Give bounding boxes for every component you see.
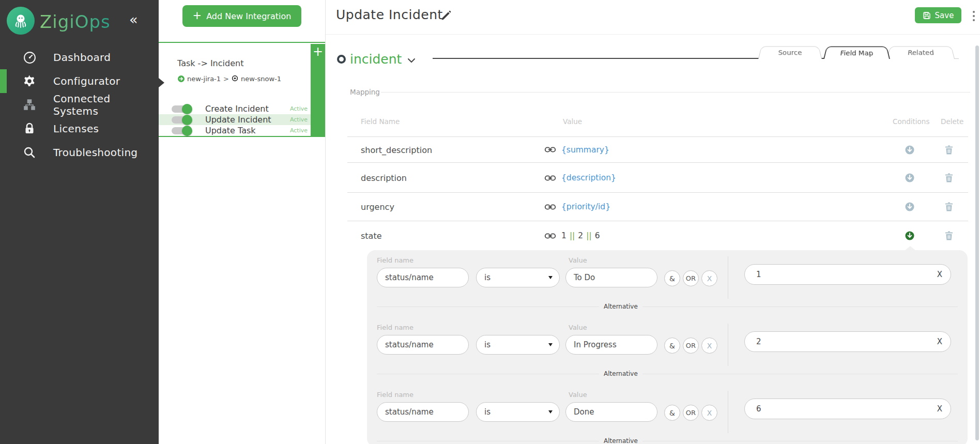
condition-field-input[interactable]: status/name	[377, 402, 469, 422]
search-icon	[22, 145, 37, 160]
clear-value-icon[interactable]: X	[937, 404, 942, 414]
or-button[interactable]: OR	[683, 338, 699, 354]
field-value[interactable]: 1||2||6	[561, 231, 600, 240]
integration-route: new-jira-1 > new-snow-1	[178, 74, 281, 83]
save-button[interactable]: Save	[915, 7, 961, 23]
conditions-toggle-icon[interactable]	[905, 145, 914, 155]
result-value-input[interactable]: 2 X	[744, 331, 951, 352]
mapping-section-divider	[381, 92, 970, 93]
delete-row-trash-icon[interactable]	[945, 231, 953, 240]
operation-toggle[interactable]	[172, 105, 191, 113]
field-name: description	[361, 173, 407, 183]
condition-operator-select[interactable]: is	[476, 268, 560, 287]
or-button[interactable]: OR	[683, 270, 699, 286]
sidebar-item-dashboard[interactable]: Dashboard	[0, 45, 159, 69]
operation-toggle[interactable]	[172, 127, 191, 134]
condition-operator-select[interactable]: is	[476, 402, 560, 422]
field-name-label: Field name	[377, 391, 414, 399]
zigiops-logo-icon	[7, 7, 35, 35]
caret-down-icon	[548, 276, 553, 279]
delete-row-trash-icon[interactable]	[945, 145, 953, 155]
target-system-icon	[232, 74, 238, 83]
integrations-panel: + Add New Integration + Task -> Incident…	[159, 0, 326, 444]
field-name-label: Field name	[377, 256, 414, 264]
caret-down-icon	[548, 410, 553, 414]
condition-block: Field name Value status/name is In Progr…	[367, 317, 968, 385]
entity-selector[interactable]: incident	[337, 52, 416, 67]
entity-name: incident	[350, 52, 402, 67]
condition-operator-select[interactable]: is	[476, 335, 560, 355]
sidebar-item-label: Licenses	[53, 123, 99, 135]
operation-row-update-incident[interactable]: Update Incident Active	[159, 114, 311, 125]
operation-label: Update Task	[205, 126, 256, 135]
active-integration-pointer-icon	[159, 78, 164, 87]
delete-row-trash-icon[interactable]	[945, 202, 953, 211]
network-icon	[22, 98, 37, 112]
conditions-toggle-icon[interactable]	[905, 202, 914, 211]
integration-card[interactable]: + Task -> Incident new-jira-1 > new-snow…	[159, 44, 325, 137]
operation-row-update-task[interactable]: Update Task Active	[159, 125, 311, 136]
and-button[interactable]: &	[664, 405, 680, 421]
operation-toggle[interactable]	[172, 116, 191, 124]
main-header: Update Incident Save	[326, 0, 980, 35]
chain-link-icon	[544, 175, 556, 181]
sidebar-item-connected-systems[interactable]: Connected Systems	[0, 93, 159, 117]
remove-condition-button[interactable]: X	[701, 405, 717, 421]
add-new-integration-button[interactable]: + Add New Integration	[182, 5, 301, 27]
condition-divider	[728, 324, 728, 366]
sidebar-item-troubleshooting[interactable]: Troubleshooting	[0, 141, 159, 164]
integration-title: Task -> Incident	[177, 58, 243, 68]
condition-value-input[interactable]: Done	[565, 402, 657, 422]
sidebar-item-label: Dashboard	[53, 51, 111, 64]
tab-field-map[interactable]: Field Map	[823, 47, 890, 59]
plus-icon: +	[311, 44, 325, 59]
link-ring-icon	[337, 55, 346, 64]
operation-row-create-incident[interactable]: Create Incident Active	[159, 103, 311, 114]
or-button[interactable]: OR	[683, 405, 699, 421]
table-row: description {description}	[347, 163, 968, 193]
integrations-topbar: + Add New Integration	[159, 0, 325, 43]
clear-value-icon[interactable]: X	[937, 270, 942, 279]
field-value[interactable]: {description}	[561, 173, 616, 182]
sidebar-collapse-icon[interactable]: «	[129, 11, 138, 27]
and-button[interactable]: &	[664, 270, 680, 286]
condition-value-input[interactable]: To Do	[565, 268, 657, 287]
page-title: Update Incident	[336, 7, 443, 22]
alternative-divider	[642, 374, 958, 374]
sidebar-item-configurator[interactable]: Configurator	[0, 69, 159, 93]
main-panel: Update Incident Save incident Sourc	[326, 0, 980, 444]
remove-condition-button[interactable]: X	[701, 270, 717, 286]
tab-source[interactable]: Source	[758, 47, 822, 59]
delete-row-trash-icon[interactable]	[945, 173, 953, 182]
status-badge: Active	[290, 116, 308, 123]
result-value-input[interactable]: 1 X	[744, 264, 951, 285]
field-value[interactable]: {summary}	[561, 145, 609, 155]
caret-down-icon	[548, 343, 553, 346]
more-options-kebab-icon[interactable]	[971, 9, 976, 23]
conditions-toggle-icon[interactable]	[905, 173, 914, 182]
alternative-divider	[377, 307, 599, 307]
result-value-input[interactable]: 6 X	[744, 399, 951, 419]
field-value[interactable]: {priority/id}	[561, 202, 610, 211]
clear-value-icon[interactable]: X	[937, 337, 942, 346]
integration-add-operation-bar[interactable]: +	[311, 44, 325, 136]
field-name: state	[361, 231, 382, 241]
and-button[interactable]: &	[664, 338, 680, 354]
remove-condition-button[interactable]: X	[701, 338, 717, 354]
chain-link-icon	[544, 233, 556, 239]
app-screen: ZigiOps « Dashboard Configurator	[0, 0, 980, 444]
edit-title-pencil-icon[interactable]	[440, 10, 451, 23]
condition-field-input[interactable]: status/name	[377, 268, 469, 287]
sidebar-item-licenses[interactable]: Licenses	[0, 117, 159, 141]
source-system-icon	[178, 75, 185, 82]
condition-field-input[interactable]: status/name	[377, 335, 469, 355]
field-name-label: Field name	[377, 324, 414, 331]
condition-block: Field name Value status/name is Done & O…	[367, 385, 968, 444]
alternative-label: Alternative	[604, 303, 638, 310]
conditions-toggle-icon-active[interactable]	[905, 231, 914, 240]
vertical-scrollbar[interactable]	[975, 45, 979, 440]
condition-value-input[interactable]: In Progress	[565, 335, 657, 355]
sidebar: ZigiOps « Dashboard Configurator	[0, 0, 159, 444]
alternative-divider	[642, 307, 958, 307]
tab-related[interactable]: Related	[887, 47, 955, 59]
